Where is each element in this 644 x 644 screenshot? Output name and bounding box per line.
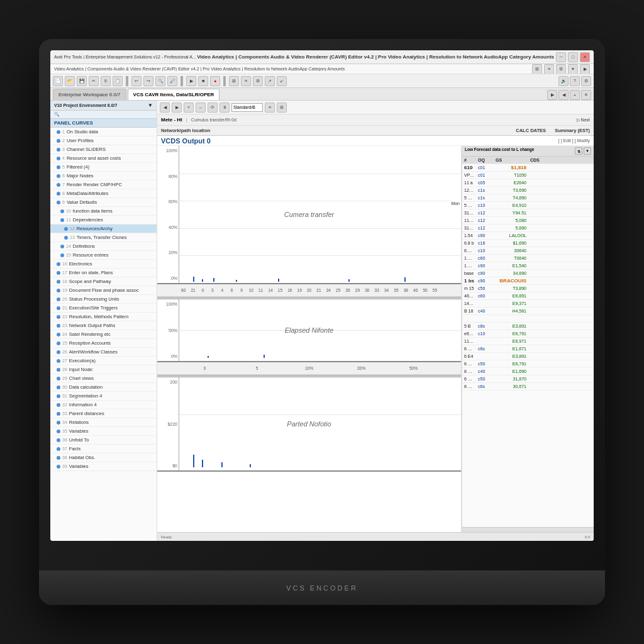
sidebar-item-27[interactable]: 28 Input Node: — [50, 365, 157, 374]
main-tb-1[interactable]: ◀ — [160, 103, 170, 113]
copy-btn[interactable]: ⎘ — [101, 76, 111, 86]
redo-btn[interactable]: ↪ — [143, 76, 153, 86]
toolbar-icon-1[interactable]: ⊞ — [532, 64, 542, 74]
table-row-2[interactable]: 11 ac05E2640 — [462, 179, 594, 187]
sidebar-item-38[interactable]: 39 Variables — [50, 462, 157, 471]
main-tb-6[interactable]: ⏸ — [219, 103, 230, 113]
sidebar-item-11[interactable]: 12 Resources/Archy — [50, 225, 157, 233]
tab-workspace[interactable]: Enterprise Workspace 6.0/7 — [53, 89, 126, 100]
rec-btn[interactable]: ● — [210, 76, 220, 86]
sidebar-item-6[interactable]: 7 Render Render CMP/HPC — [50, 180, 157, 189]
sidebar-item-3[interactable]: 4 Resource and asset costs — [50, 154, 157, 163]
data-sort-btn[interactable]: ⇅ — [575, 147, 582, 155]
table-row-22[interactable]: e6 01c10E6,791 — [462, 330, 594, 338]
sidebar-item-30[interactable]: 31 Segmentation 4 — [50, 392, 157, 401]
table-row-1[interactable]: VPASc01T1050 — [462, 172, 594, 179]
table-row-10[interactable]: 6.8 bc16$1,690 — [462, 240, 594, 247]
main-tb-7[interactable]: ≡ — [265, 103, 275, 113]
toolbar-icon-2[interactable]: ≡ — [544, 64, 554, 74]
table-row-21[interactable]: 5 Bc8sE3,891 — [462, 323, 594, 330]
sidebar-item-12[interactable]: 13 Timers, Transfer Clones — [50, 233, 157, 242]
sidebar-item-0[interactable]: 1 On Studio data — [50, 128, 157, 136]
table-row-7[interactable]: 11 E Gec125,080 — [462, 217, 594, 225]
sidebar-item-4[interactable]: 5 Filtered (4) — [50, 163, 157, 172]
config-btn[interactable]: ⚙ — [253, 76, 263, 86]
sidebar-item-37[interactable]: 38 Habitat Obs. — [50, 453, 157, 462]
zoom-out-btn[interactable]: 🔎 — [167, 76, 177, 86]
table-row-25[interactable]: 6 E4E3,891 — [462, 353, 594, 360]
sidebar-item-9[interactable]: 10 function data items — [50, 207, 157, 216]
maximize-btn[interactable]: □ — [568, 52, 578, 62]
sidebar-item-23[interactable]: 24 Satel Rendering etc — [50, 330, 157, 339]
sidebar-item-14[interactable]: 15 Resource entries — [50, 251, 157, 260]
sidebar-item-18[interactable]: 19 Document Flow and phase assoc — [50, 286, 157, 295]
table-row-18[interactable]: 14 5DE9,371 — [462, 300, 594, 308]
table-row-8[interactable]: 31 E Bec125,890 — [462, 225, 594, 232]
sidebar-item-22[interactable]: 23 Network Output Paths — [50, 321, 157, 330]
sidebar-item-32[interactable]: 33 Parent distances — [50, 409, 157, 418]
sidebar-item-31[interactable]: 32 Information 4 — [50, 401, 157, 409]
minimize-btn[interactable]: ─ — [556, 52, 566, 62]
list-btn[interactable]: ≡ — [241, 76, 251, 86]
sidebar-item-34[interactable]: 35 Variables — [50, 427, 157, 436]
table-row-3[interactable]: 12 B4c1sT3,690 — [462, 187, 594, 194]
table-row-12[interactable]: 1 A Bc60T0640 — [462, 255, 594, 262]
undo-btn[interactable]: ↩ — [131, 76, 142, 86]
sidebar-item-26[interactable]: 27 Execution(a) — [50, 357, 157, 365]
main-tb-8[interactable]: ⊞ — [277, 103, 287, 113]
toolbar-icon-4[interactable]: ✦ — [568, 64, 578, 74]
table-row-14[interactable]: basec9034,890 — [462, 270, 594, 277]
data-scrollbar[interactable] — [462, 527, 594, 532]
table-row-16[interactable]: m 15c50T3,890 — [462, 285, 594, 292]
sidebar-item-21[interactable]: 22 Resolution, Methods Pattern — [50, 313, 157, 321]
table-row-26[interactable]: 6 4 Ec50E6,791 — [462, 360, 594, 368]
sidebar-item-2[interactable]: 3 Channel SLIDERS — [50, 145, 157, 154]
sidebar-item-36[interactable]: 37 Facts — [50, 445, 157, 453]
table-row-19[interactable]: B 18c40H4,581 — [462, 308, 594, 315]
sidebar-item-28[interactable]: 29 Chart views — [50, 374, 157, 383]
sidebar-item-20[interactable]: 21 Execution/Site Triggers — [50, 304, 157, 313]
table-row-15[interactable]: 1 bsc90BRACOUIS — [462, 277, 594, 285]
data-filter-btn[interactable]: ▼ — [584, 147, 591, 155]
tab-btn-2[interactable]: ◀ — [558, 90, 569, 100]
sidebar-item-13[interactable]: 14 Definitions — [50, 242, 157, 251]
sidebar-item-1[interactable]: 2 User Profiles — [50, 136, 157, 145]
table-row-27[interactable]: 8 4 E4c40E1,690 — [462, 368, 594, 375]
stop-btn[interactable]: ■ — [198, 76, 208, 86]
tab-btn-4[interactable]: ✕ — [581, 90, 591, 100]
sidebar-item-24[interactable]: 25 Reception Accounts — [50, 339, 157, 348]
table-row-28[interactable]: 6 3 E4c5031,870 — [462, 375, 594, 383]
window-controls[interactable]: Video Analytics | Components Audio & Vid… — [197, 52, 590, 62]
main-tb-3[interactable]: + — [184, 103, 194, 113]
main-tb-5[interactable]: ⟳ — [208, 103, 218, 113]
play-btn[interactable]: ▶ — [186, 76, 196, 86]
tab-vcscavr[interactable]: VCS CAVR Items, Data/SLR/OPER — [128, 89, 220, 100]
volume-btn[interactable]: 🔊 — [558, 76, 569, 86]
export-btn[interactable]: ↗ — [265, 76, 275, 86]
paste-btn[interactable]: 📋 — [113, 76, 123, 86]
table-row-17[interactable]: 46 4Gc60E6,891 — [462, 292, 594, 300]
tab-btn-3[interactable]: + — [570, 90, 580, 100]
table-row-5[interactable]: 5 Esec10E4,910 — [462, 202, 594, 209]
main-input-field[interactable]: Standard/B — [231, 103, 263, 112]
sidebar-item-17[interactable]: 18 Scope and Pathway — [50, 277, 157, 286]
sidebar-item-33[interactable]: 34 Relations — [50, 418, 157, 427]
sidebar-item-5[interactable]: 6 Major Nodes — [50, 172, 157, 180]
open-btn[interactable]: 📂 — [65, 76, 75, 86]
table-row-11[interactable]: 6.6 Bec1030640 — [462, 247, 594, 255]
table-row-23[interactable]: 11 4BE6,971 — [462, 338, 594, 345]
table-row-24[interactable]: 6 0 E4c8sE1,671 — [462, 345, 594, 353]
sidebar-item-35[interactable]: 36 Unfold To — [50, 436, 157, 445]
table-row-4[interactable]: 5 E4ec1sT4,890 — [462, 194, 594, 202]
toolbar-icon-3[interactable]: ⚙ — [556, 64, 566, 74]
new-btn[interactable]: 📄 — [53, 76, 63, 86]
import-btn[interactable]: ↙ — [277, 76, 287, 86]
sidebar-item-16[interactable]: 17 Enter on state, Plans — [50, 269, 157, 277]
zoom-in-btn[interactable]: 🔍 — [155, 76, 165, 86]
sidebar-item-25[interactable]: 26 Alert/Workflow Classes — [50, 348, 157, 357]
main-tb-4[interactable]: – — [196, 103, 206, 113]
help-btn[interactable]: ? — [570, 76, 580, 86]
sidebar-item-7[interactable]: 8 MetaData/Attributes — [50, 189, 157, 198]
save-btn[interactable]: 💾 — [77, 76, 87, 86]
tab-btn-1[interactable]: ▶ — [547, 90, 557, 100]
